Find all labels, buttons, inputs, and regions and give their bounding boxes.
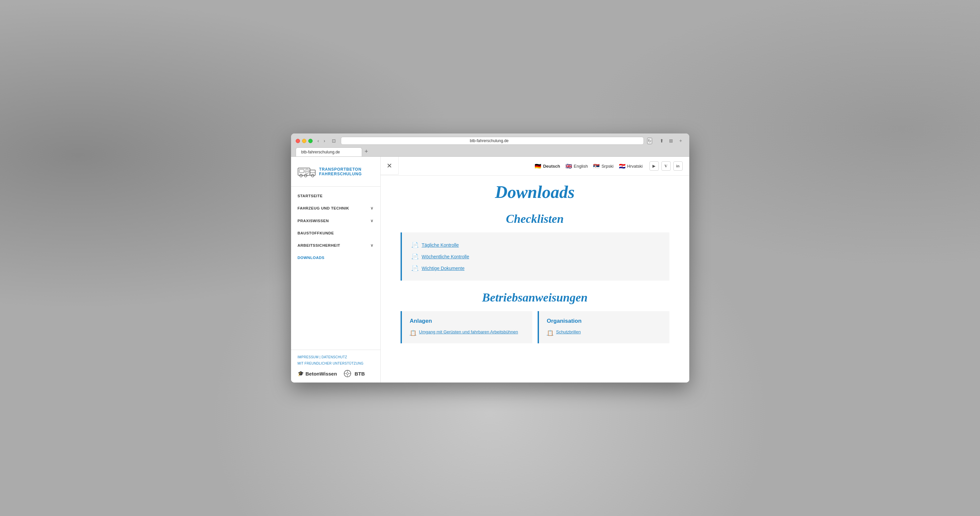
- anlagen-link-1[interactable]: 📋 Umgang mit Gerüsten und fahrbaren Arbe…: [410, 329, 524, 337]
- youtube-icon[interactable]: ▶: [649, 161, 659, 171]
- pdf-icon-wichtige: 📄: [412, 265, 418, 271]
- pdf-icon-tagliche: 📄: [412, 242, 418, 248]
- betriebsanweisungen-section: Betriebsanweisungen Anlagen 📋 Umgang mit…: [401, 291, 669, 343]
- lang-deutsch[interactable]: 🇩🇪 Deutsch: [535, 163, 560, 169]
- betrieb-title: Betriebsanweisungen: [401, 291, 669, 304]
- checklisten-title: Checklisten: [401, 212, 669, 226]
- logo-text: TRANSPORTBETON FAHRERSCHULUNG: [319, 167, 362, 176]
- svg-point-3: [304, 174, 307, 177]
- checklist-label-wochentliche: Wöchentliche Kontrolle: [422, 254, 469, 259]
- nav-label-arbeit: Arbeitssicherheit: [298, 244, 340, 247]
- chevron-down-icon: ∨: [371, 218, 374, 223]
- pdf-icon-wochentliche: 📄: [412, 253, 418, 260]
- lang-hrvatski[interactable]: 🇭🇷 Hrvatski: [619, 163, 643, 169]
- nav-menu: Startseite Fahrzeug und Technik ∨ Praxis…: [291, 186, 380, 350]
- lang-deutsch-label: Deutsch: [543, 164, 560, 169]
- checklisten-box: 📄 Tägliche Kontrolle 📄 Wöchentliche Kont…: [401, 233, 669, 280]
- sidebar-item-fahrzeug[interactable]: Fahrzeug und Technik ∨: [291, 202, 380, 215]
- svg-point-2: [300, 174, 302, 177]
- social-icons: ▶ V in: [649, 161, 682, 171]
- betrieb-grid: Anlagen 📋 Umgang mit Gerüsten und fahrba…: [401, 311, 669, 343]
- beton-wissen-label: BetonWissen: [305, 371, 337, 377]
- traffic-lights: [296, 139, 313, 143]
- sidebar-item-startseite[interactable]: Startseite: [291, 190, 380, 202]
- flag-hr: 🇭🇷: [619, 163, 625, 169]
- pdf-icon-organisation: 📋: [547, 330, 554, 337]
- share-button[interactable]: ⬆: [658, 137, 665, 144]
- lang-hrvatski-label: Hrvatski: [627, 164, 643, 169]
- sidebar-toggle-button[interactable]: ⊡: [330, 137, 337, 144]
- checklist-item-wichtige[interactable]: 📄 Wichtige Dokumente: [412, 262, 659, 274]
- maximize-traffic-light[interactable]: [308, 139, 313, 143]
- organisation-link-label: Schutzbrillen: [556, 329, 581, 335]
- page-content: Downloads Checklisten 📄 Tägliche Kontrol…: [381, 176, 689, 357]
- toolbar-right: ⬆ ⊞ ＋: [658, 137, 685, 145]
- chevron-down-icon: ∨: [371, 206, 374, 210]
- vimeo-icon[interactable]: V: [662, 161, 671, 171]
- top-bar: 🇩🇪 Deutsch 🇬🇧 English 🇷🇸 Srpski 🇭🇷 Hrvat…: [381, 157, 689, 176]
- nav-label-startseite: Startseite: [298, 194, 323, 198]
- checklist-label-wichtige: Wichtige Dokumente: [422, 266, 465, 271]
- lang-english-label: English: [574, 164, 588, 169]
- browser-chrome: ‹ › ⊡ btb-fahrerschulung.de ↻ ⬆ ⊞ ＋ btb-…: [291, 134, 689, 157]
- url-text: btb-fahrerschulung.de: [470, 139, 509, 143]
- anlagen-link-label: Umgang mit Gerüsten und fahrbaren Arbeit…: [419, 329, 518, 335]
- back-button[interactable]: ‹: [316, 137, 321, 144]
- checklist-label-tagliche: Tägliche Kontrolle: [422, 242, 459, 248]
- sidebar-item-arbeitssicherheit[interactable]: Arbeitssicherheit ∨: [291, 239, 380, 252]
- nav-label-fahrzeug: Fahrzeug und Technik: [298, 206, 350, 210]
- close-icon: ✕: [387, 162, 392, 170]
- titlebar: ‹ › ⊡ btb-fahrerschulung.de ↻ ⬆ ⊞ ＋: [296, 137, 685, 145]
- svg-rect-5: [299, 169, 304, 173]
- lang-srpski[interactable]: 🇷🇸 Srpski: [593, 163, 613, 169]
- organisation-title: Organisation: [547, 318, 662, 325]
- language-switcher: 🇩🇪 Deutsch 🇬🇧 English 🇷🇸 Srpski 🇭🇷 Hrvat…: [535, 163, 643, 169]
- checklist-item-tagliche[interactable]: 📄 Tägliche Kontrolle: [412, 239, 659, 251]
- minimize-traffic-light[interactable]: [302, 139, 306, 143]
- browser-content: TRANSPORTBETON FAHRERSCHULUNG Startseite…: [291, 157, 689, 382]
- lang-srpski-label: Srpski: [601, 164, 613, 169]
- truck-icon: [298, 166, 316, 178]
- logo-area: TRANSPORTBETON FAHRERSCHULUNG: [291, 157, 380, 186]
- tab-title: btb-fahrerschulung.de: [301, 150, 340, 154]
- address-bar[interactable]: btb-fahrerschulung.de: [341, 137, 644, 145]
- sidebar-item-downloads[interactable]: Downloads: [291, 252, 380, 264]
- active-tab[interactable]: btb-fahrerschulung.de: [296, 147, 362, 156]
- betrieb-card-anlagen: Anlagen 📋 Umgang mit Gerüsten und fahrba…: [401, 311, 532, 343]
- pdf-icon-anlagen: 📋: [410, 330, 417, 337]
- beton-wissen-logo: 🎓 BetonWissen: [298, 371, 337, 377]
- nav-footer: Impressum | Datenschutz Mit freundlicher…: [291, 350, 380, 382]
- refresh-button[interactable]: ↻: [647, 138, 652, 144]
- flag-de: 🇩🇪: [535, 163, 541, 169]
- footer-links[interactable]: Impressum | Datenschutz: [298, 355, 374, 359]
- main-panel: ✕ 🇩🇪 Deutsch 🇬🇧 English 🇷🇸 Srpski: [381, 157, 689, 382]
- chevron-down-icon: ∨: [371, 243, 374, 248]
- nav-label-praxiswissen: Praxiswissen: [298, 219, 329, 223]
- add-tab-icon[interactable]: ⊞: [667, 137, 675, 144]
- svg-point-11: [347, 373, 348, 374]
- nav-label-downloads: Downloads: [298, 256, 325, 260]
- forward-button[interactable]: ›: [322, 137, 327, 144]
- new-tab-button[interactable]: ＋: [677, 137, 685, 145]
- close-traffic-light[interactable]: [296, 139, 300, 143]
- partner-logos: 🎓 BetonWissen BTB: [298, 370, 374, 377]
- btb-logo: BTB: [342, 370, 365, 377]
- sidebar-item-praxiswissen[interactable]: Praxiswissen ∨: [291, 215, 380, 227]
- flag-gb: 🇬🇧: [565, 163, 572, 169]
- page-title: Downloads: [401, 182, 669, 202]
- svg-point-4: [311, 174, 314, 177]
- graduation-cap-icon: 🎓: [298, 371, 304, 377]
- organisation-link-1[interactable]: 📋 Schutzbrillen: [547, 329, 662, 337]
- nav-buttons: ‹ ›: [316, 137, 327, 144]
- sidebar-item-baustoffkunde[interactable]: Baustoffkunde: [291, 227, 380, 239]
- linkedin-icon[interactable]: in: [673, 161, 682, 171]
- checklist-item-wochentliche[interactable]: 📄 Wöchentliche Kontrolle: [412, 251, 659, 262]
- footer-support-text: Mit freundlicher Unterstützung: [298, 362, 374, 365]
- add-tab-button[interactable]: +: [362, 148, 371, 156]
- lang-english[interactable]: 🇬🇧 English: [565, 163, 588, 169]
- nav-label-baustoffkunde: Baustoffkunde: [298, 231, 334, 235]
- close-button[interactable]: ✕: [381, 157, 399, 175]
- flag-rs: 🇷🇸: [593, 163, 600, 169]
- sidebar: TRANSPORTBETON FAHRERSCHULUNG Startseite…: [291, 157, 381, 382]
- anlagen-title: Anlagen: [410, 318, 524, 325]
